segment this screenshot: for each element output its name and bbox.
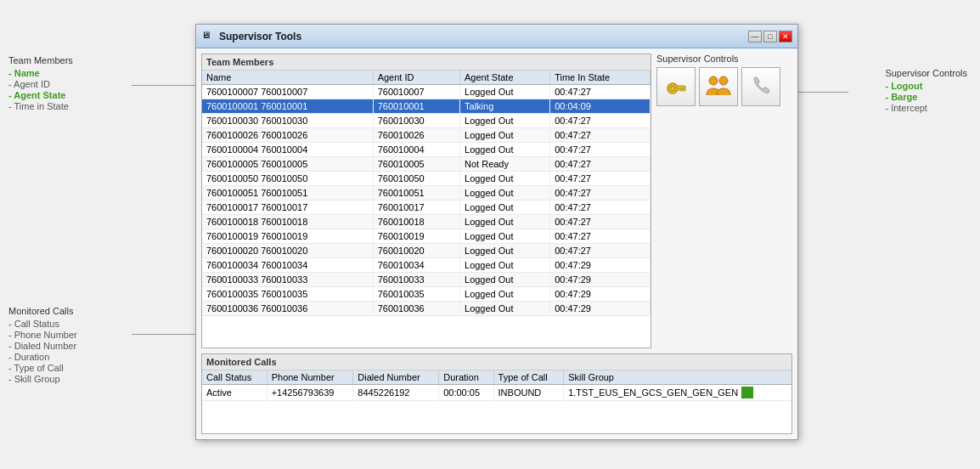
cell-agentid: 760010035 (373, 287, 459, 302)
cell-timeinstate: 00:47:27 (550, 85, 651, 99)
col-timeinstate: Time In State (550, 71, 651, 85)
mc-dialednumber-label: - Dialed Number (8, 341, 77, 351)
title-bar: 🖥 Supervisor Tools — □ ✕ (196, 25, 797, 48)
monitored-calls-scroll[interactable]: Call Status Phone Number Dialed Number D… (202, 370, 791, 401)
monitored-calls-title: Monitored Calls (202, 354, 791, 370)
tm-timeinstate-label: - Time in State (8, 101, 73, 111)
cell-agentstate: Talking (460, 99, 550, 114)
minimize-button[interactable]: — (748, 31, 762, 42)
table-row[interactable]: 7600100036 760010036 760010036 Logged Ou… (202, 302, 651, 316)
cell-timeinstate: 00:47:27 (550, 143, 651, 157)
logout-icon (662, 73, 690, 100)
svg-point-5 (709, 76, 718, 85)
table-row[interactable]: 7600100030 760010030 760010030 Logged Ou… (202, 114, 651, 128)
cell-agentstate: Logged Out (460, 143, 550, 157)
team-members-panel-title: Team Members (202, 54, 651, 71)
cell-agentstate: Logged Out (460, 258, 550, 273)
monitored-calls-body: Active +14256793639 8445226192 00:00:05 … (202, 385, 791, 401)
team-members-scroll[interactable]: Name Agent ID Agent State Time In State … (202, 71, 651, 348)
monitored-calls-panel: Monitored Calls Call Status Phone Number… (201, 353, 792, 434)
mc-col-dialednumber: Dialed Number (353, 370, 439, 385)
cell-name: 7600100017 760010017 (202, 201, 373, 215)
cell-timeinstate: 00:47:27 (550, 172, 651, 186)
mc-skillgroup-label: - Skill Group (8, 374, 77, 384)
table-row[interactable]: 7600100050 760010050 760010050 Logged Ou… (202, 172, 651, 186)
table-row[interactable]: 7600100018 760010018 760010018 Logged Ou… (202, 215, 651, 229)
cell-agentstate: Logged Out (460, 201, 550, 215)
table-row[interactable]: 7600100035 760010035 760010035 Logged Ou… (202, 287, 651, 302)
monitored-calls-header: Call Status Phone Number Dialed Number D… (202, 370, 791, 385)
cell-name: 7600100005 760010005 (202, 157, 373, 172)
window-title: Supervisor Tools (219, 31, 301, 42)
table-row[interactable]: 7600100020 760010020 760010020 Logged Ou… (202, 244, 651, 258)
supervisor-tools-window: 🖥 Supervisor Tools — □ ✕ Team Members Na… (195, 24, 798, 440)
cell-agentid: 760010007 (373, 85, 459, 99)
table-row[interactable]: 7600100034 760010034 760010034 Logged Ou… (202, 258, 651, 273)
cell-agentid: 760010030 (373, 114, 459, 128)
mc-col-typeofcall: Type of Call (493, 370, 564, 385)
cell-agentid: 760010005 (373, 157, 459, 172)
cell-timeinstate: 00:47:27 (550, 201, 651, 215)
cell-name: 7600100004 760010004 (202, 143, 373, 157)
supervisor-controls-title: Supervisor Controls (656, 54, 792, 64)
svg-point-0 (667, 83, 678, 93)
cell-agentstate: Logged Out (460, 244, 550, 258)
cell-agentid: 760010034 (373, 258, 459, 273)
cell-timeinstate: 00:47:29 (550, 302, 651, 316)
cell-name: 7600100034 760010034 (202, 258, 373, 273)
table-row[interactable]: 7600100019 760010019 760010019 Logged Ou… (202, 229, 651, 244)
svg-rect-3 (683, 88, 685, 91)
cell-timeinstate: 00:47:27 (550, 215, 651, 229)
cell-agentid: 760010004 (373, 143, 459, 157)
mc-typeofcall-label: - Type of Call (8, 363, 77, 373)
table-row[interactable]: 7600100007 760010007 760010007 Logged Ou… (202, 85, 651, 99)
mc-connector-line (132, 334, 196, 335)
cell-agentstate: Logged Out (460, 128, 550, 143)
mc-col-skillgroup: Skill Group (564, 370, 791, 385)
cell-agentid: 760010020 (373, 244, 459, 258)
mc-duration-label: - Duration (8, 352, 77, 362)
cell-name: 7600100036 760010036 (202, 302, 373, 316)
barge-icon (703, 73, 734, 100)
cell-timeinstate: 00:47:29 (550, 287, 651, 302)
cell-name: 7600100030 760010030 (202, 114, 373, 128)
cell-timeinstate: 00:47:27 (550, 244, 651, 258)
logout-button[interactable] (656, 67, 696, 106)
cell-timeinstate: 00:47:27 (550, 229, 651, 244)
table-row[interactable]: 7600100051 760010051 760010051 Logged Ou… (202, 186, 651, 201)
mc-col-callstatus: Call Status (202, 370, 267, 385)
skill-group-indicator (741, 387, 753, 398)
cell-name: 7600100018 760010018 (202, 215, 373, 229)
cell-timeinstate: 00:47:27 (550, 128, 651, 143)
tm-connector-line (132, 85, 196, 86)
barge-button[interactable] (699, 67, 738, 106)
table-row[interactable]: 7600100005 760010005 760010005 Not Ready… (202, 157, 651, 172)
table-row[interactable]: 7600100004 760010004 760010004 Logged Ou… (202, 143, 651, 157)
window-icon: 🖥 (201, 30, 215, 43)
table-row[interactable]: 7600100017 760010017 760010017 Logged Ou… (202, 201, 651, 215)
sc-barge-label: - Barge (885, 92, 967, 102)
cell-agentstate: Logged Out (460, 186, 550, 201)
cell-agentstate: Logged Out (460, 229, 550, 244)
cell-agentid: 760010050 (373, 172, 459, 186)
close-button[interactable]: ✕ (779, 31, 792, 42)
table-row[interactable]: 7600100001 760010001 760010001 Talking 0… (202, 99, 651, 114)
cell-name: 7600100007 760010007 (202, 85, 373, 99)
cell-timeinstate: 00:47:27 (550, 114, 651, 128)
cell-name: 7600100026 760010026 (202, 128, 373, 143)
cell-name: 7600100050 760010050 (202, 172, 373, 186)
cell-agentstate: Logged Out (460, 273, 550, 287)
restore-button[interactable]: □ (763, 31, 777, 42)
cell-name: 7600100051 760010051 (202, 186, 373, 201)
table-row[interactable]: Active +14256793639 8445226192 00:00:05 … (202, 385, 791, 401)
mc-col-duration: Duration (439, 370, 493, 385)
table-row[interactable]: 7600100026 760010026 760010026 Logged Ou… (202, 128, 651, 143)
top-section: Team Members Name Agent ID Agent State T… (201, 54, 792, 348)
intercept-button[interactable] (741, 67, 780, 106)
col-agentid: Agent ID (373, 71, 459, 85)
intercept-icon (747, 73, 774, 100)
mc-phonenumber-label: - Phone Number (8, 330, 77, 340)
table-row[interactable]: 7600100033 760010033 760010033 Logged Ou… (202, 273, 651, 287)
sc-title: Supervisor Controls (885, 68, 967, 78)
cell-agentstate: Not Ready (460, 157, 550, 172)
